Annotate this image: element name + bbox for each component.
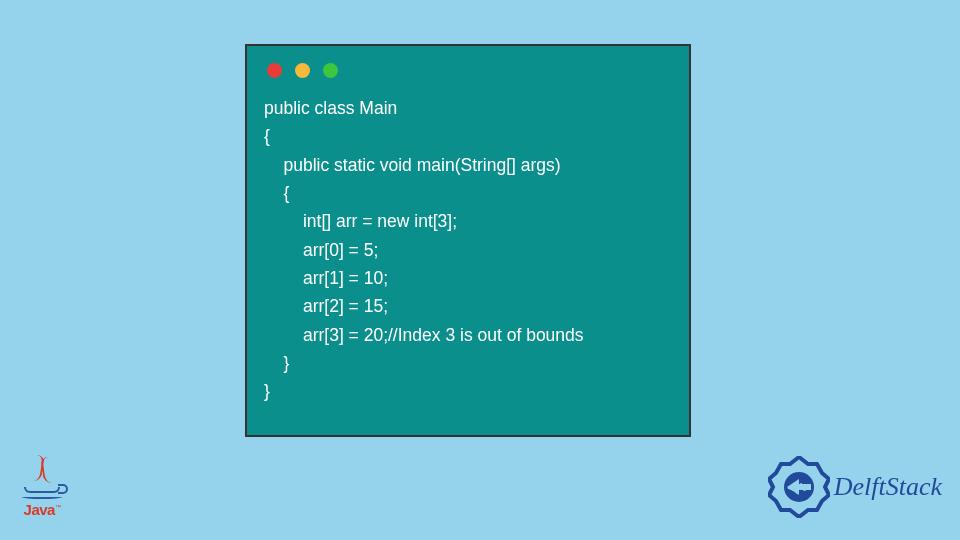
java-label: Java™ [24,501,61,518]
close-icon [267,63,282,78]
code-body: public class Main { public static void m… [247,85,689,416]
delftstack-logo: </> DelftStack [768,456,942,518]
maximize-icon [323,63,338,78]
svg-text:</>: </> [787,480,811,495]
minimize-icon [295,63,310,78]
java-steam-icon [32,455,52,485]
code-window: public class Main { public static void m… [245,44,691,437]
window-titlebar [247,55,689,85]
delftstack-label: DelftStack [834,472,942,502]
java-logo: Java™ [17,446,67,518]
java-cup-icon [24,487,60,493]
delftstack-icon: </> [768,456,830,518]
java-saucer-icon [22,495,62,499]
